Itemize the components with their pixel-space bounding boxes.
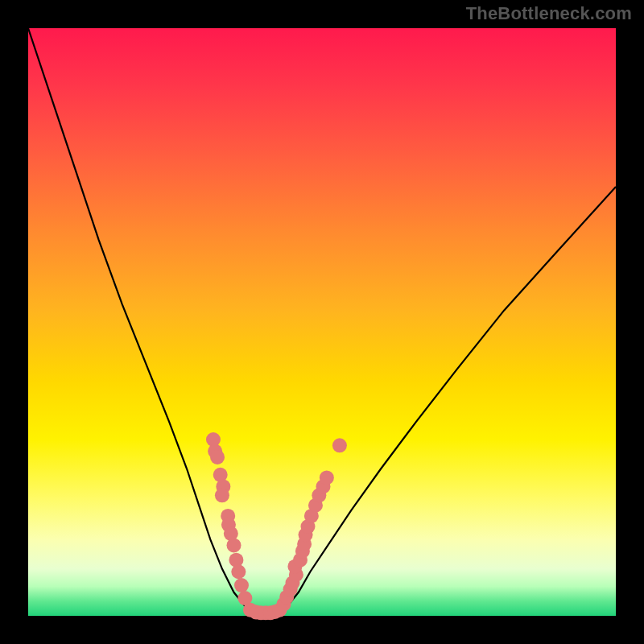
data-point: [215, 488, 229, 502]
data-point: [231, 564, 246, 579]
chart-svg: [28, 28, 616, 616]
data-point: [210, 450, 225, 464]
data-point: [227, 538, 242, 552]
watermark-text: TheBottleneck.com: [466, 3, 632, 24]
right-curve: [278, 187, 616, 613]
plot-area: [28, 28, 616, 616]
scatter-dots: [206, 432, 347, 620]
data-point: [234, 578, 249, 592]
data-point: [332, 438, 347, 452]
left-curve: [28, 28, 254, 614]
chart-frame: TheBottleneck.com: [0, 0, 644, 644]
data-point: [320, 470, 334, 485]
